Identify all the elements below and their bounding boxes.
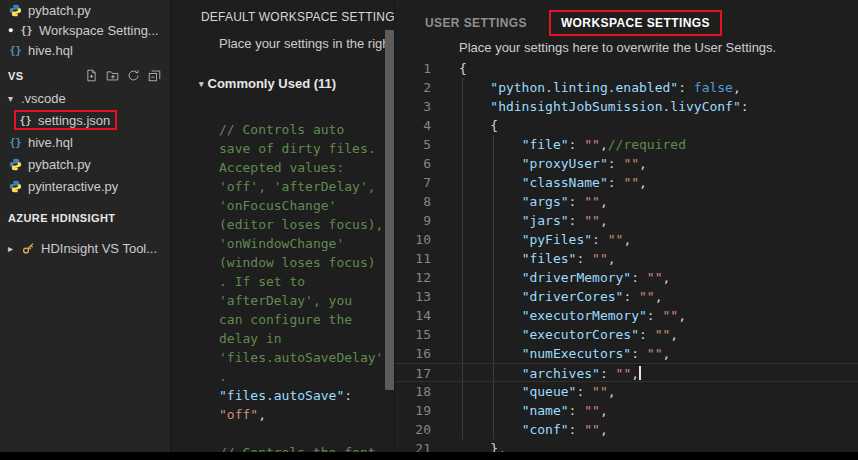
code-text: "conf": "", <box>443 420 608 439</box>
code-line[interactable]: 9 "jars": "", <box>395 211 858 230</box>
modified-dot: ● <box>8 25 19 35</box>
open-editor-label: Workspace Setting... <box>39 23 159 38</box>
tab-workspace-settings[interactable]: WORKSPACE SETTINGS <box>549 10 722 36</box>
file-tree: ▾.vscode{}settings.json{}hive.hqlpybatch… <box>0 87 170 197</box>
default-code-line: "files.autoSave": <box>219 386 383 405</box>
key-icon <box>21 242 36 255</box>
default-code-line: can configure the <box>219 310 383 329</box>
default-code-line: 'onFocusChange' <box>219 196 383 215</box>
code-line[interactable]: 4 { <box>395 116 858 135</box>
line-number: 8 <box>395 192 443 211</box>
vscode-window: pybatch.py●{}Workspace Setting...{}hive.… <box>0 0 858 460</box>
tree-item-label: HDInsight VS Tool... <box>41 241 157 256</box>
tree-item-content: {}hive.hql <box>8 132 73 152</box>
tree-item--vscode[interactable]: ▾.vscode <box>0 87 170 109</box>
line-number: 5 <box>395 135 443 154</box>
default-settings-code: // Controls autosave of dirty files.Acce… <box>219 120 383 452</box>
default-code-line: . If set to <box>219 272 383 291</box>
line-number: 11 <box>395 249 443 268</box>
braces-icon: {} <box>19 25 34 36</box>
code-line[interactable]: 6 "proxyUser": "", <box>395 154 858 173</box>
code-line[interactable]: 10 "pyFiles": "", <box>395 230 858 249</box>
code-text: "python.linting.enabled": false, <box>443 78 741 97</box>
code-text: "hdinsightJobSumission.livyConf": <box>443 97 749 116</box>
code-line[interactable]: 16 "numExecutors": "", <box>395 344 858 363</box>
new-file-icon[interactable] <box>85 69 99 83</box>
code-line[interactable]: 3 "hdinsightJobSumission.livyConf": <box>395 97 858 116</box>
tree-item-label: .vscode <box>21 91 66 106</box>
code-line[interactable]: 18 "queue": "", <box>395 382 858 401</box>
default-code-line: save of dirty files. <box>219 139 383 158</box>
explorer-section-header[interactable]: VS <box>0 65 170 87</box>
line-number: 20 <box>395 420 443 439</box>
code-text: "executorCores": "", <box>443 325 678 344</box>
code-line[interactable]: 13 "driverCores": "", <box>395 287 858 306</box>
python-icon <box>8 158 23 171</box>
default-code-line: // Controls auto <box>219 120 383 139</box>
open-editor-item[interactable]: {}hive.hql <box>0 40 170 60</box>
open-editor-item[interactable]: pybatch.py <box>0 0 170 20</box>
line-number: 16 <box>395 344 443 363</box>
chevron-right-icon: ▸ <box>8 243 21 254</box>
tree-item-label: hive.hql <box>28 135 73 150</box>
tree-item-pyinteractive-py[interactable]: pyinteractive.py <box>0 175 170 197</box>
code-line[interactable]: 17 "archives": "", <box>395 363 858 382</box>
line-number: 1 <box>395 59 443 78</box>
default-code-line: 'afterDelay', you <box>219 291 383 310</box>
code-line[interactable]: 14 "executorMemory": "", <box>395 306 858 325</box>
default-settings-panel: DEFAULT WORKSPACE SETTINGS Place your se… <box>170 0 394 452</box>
default-settings-hint: Place your settings in the right <box>219 36 394 51</box>
new-folder-icon[interactable] <box>106 69 120 83</box>
default-code-line: Accepted values: <box>219 158 383 177</box>
line-number: 18 <box>395 382 443 401</box>
line-number: 4 <box>395 116 443 135</box>
default-code-line: . <box>219 367 383 386</box>
open-editors-list: pybatch.py●{}Workspace Setting...{}hive.… <box>0 0 170 60</box>
hql-icon: {} <box>8 45 23 56</box>
code-line[interactable]: 12 "driverMemory": "", <box>395 268 858 287</box>
tree-item-hive-hql[interactable]: {}hive.hql <box>0 131 170 153</box>
code-line[interactable]: 20 "conf": "", <box>395 420 858 439</box>
code-line[interactable]: 7 "className": "", <box>395 173 858 192</box>
azure-section-title: AZURE HDINSIGHT <box>8 212 115 224</box>
tree-item-label: settings.json <box>38 113 110 128</box>
default-settings-title: DEFAULT WORKSPACE SETTINGS <box>201 10 394 24</box>
open-editor-label: pybatch.py <box>28 3 91 18</box>
line-number: 3 <box>395 97 443 116</box>
tree-item-pybatch-py[interactable]: pybatch.py <box>0 153 170 175</box>
open-editor-item[interactable]: ●{}Workspace Setting... <box>0 20 170 40</box>
line-number: 17 <box>395 364 443 381</box>
code-line[interactable]: 5 "file": "",//required <box>395 135 858 154</box>
default-code-line: delay in <box>219 329 383 348</box>
tree-item-hdinsight-vs-tools[interactable]: ▸ HDInsight VS Tool... <box>0 237 170 259</box>
line-number: 6 <box>395 154 443 173</box>
collapse-folders-icon[interactable] <box>148 69 162 83</box>
code-line[interactable]: 1{ <box>395 59 858 78</box>
code-line[interactable]: 19 "name": "", <box>395 401 858 420</box>
braces-icon: {} <box>18 115 33 126</box>
code-text: "className": "", <box>443 173 647 192</box>
default-code-line: (editor loses focus), <box>219 215 383 234</box>
code-area[interactable]: 1{2 "python.linting.enabled": false,3 "h… <box>395 59 858 458</box>
code-text: "numExecutors": "", <box>443 344 670 363</box>
commonly-used-label: Commonly Used (11) <box>208 76 337 91</box>
code-text: "jars": "", <box>443 211 608 230</box>
code-line[interactable]: 15 "executorCores": "", <box>395 325 858 344</box>
tree-item-settings-json[interactable]: {}settings.json <box>0 109 170 131</box>
code-text: "archives": "", <box>443 364 641 381</box>
code-line[interactable]: 11 "files": "", <box>395 249 858 268</box>
line-number: 15 <box>395 325 443 344</box>
commonly-used-section-header[interactable]: ▾ Commonly Used (11) <box>199 76 336 91</box>
code-line[interactable]: 8 "args": "", <box>395 192 858 211</box>
window-bottom-edge <box>0 452 858 460</box>
scrollbar-thumb[interactable] <box>385 30 394 390</box>
code-text: "name": "", <box>443 401 608 420</box>
code-line[interactable]: 2 "python.linting.enabled": false, <box>395 78 858 97</box>
refresh-explorer-icon[interactable] <box>127 69 141 83</box>
code-text: { <box>443 59 467 78</box>
azure-section-header[interactable]: AZURE HDINSIGHT <box>0 207 170 229</box>
tab-user-settings[interactable]: USER SETTINGS <box>425 16 527 30</box>
code-text: "proxyUser": "", <box>443 154 647 173</box>
tree-item-content: pyinteractive.py <box>8 176 118 196</box>
tree-item-content: pybatch.py <box>8 154 91 174</box>
